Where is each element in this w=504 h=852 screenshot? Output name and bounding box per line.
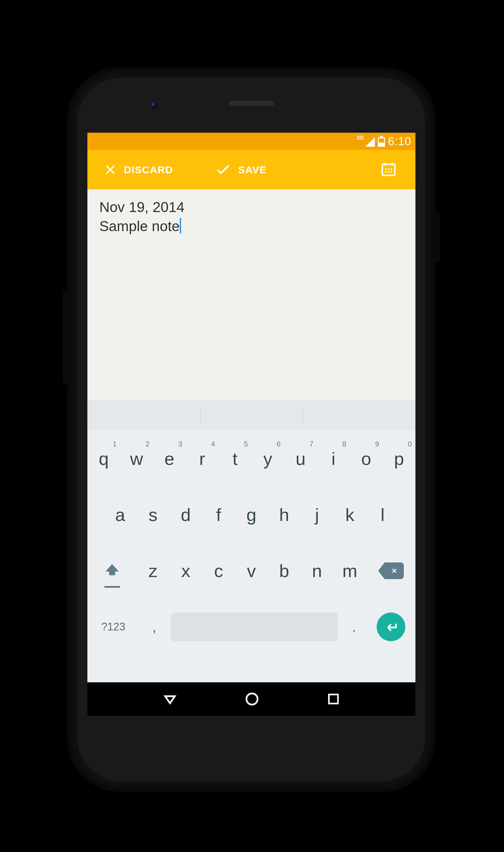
period-key[interactable]: . (338, 608, 371, 646)
navigation-bar (87, 682, 415, 716)
save-button[interactable]: SAVE (215, 161, 267, 178)
back-icon (162, 691, 178, 707)
svg-point-1 (385, 168, 387, 170)
key-t[interactable]: t5 (219, 439, 251, 478)
discard-label: DISCARD (124, 164, 173, 176)
svg-point-3 (391, 168, 393, 170)
enter-key[interactable] (377, 613, 405, 641)
status-bar: 3G 6:10 (87, 133, 415, 150)
key-k[interactable]: k (334, 495, 366, 534)
key-c[interactable]: c (202, 551, 235, 590)
recents-button[interactable] (326, 691, 341, 707)
key-r[interactable]: r4 (186, 439, 219, 478)
key-w[interactable]: w2 (120, 439, 153, 478)
calendar-button[interactable] (380, 161, 397, 179)
text-cursor (180, 218, 181, 234)
action-bar: DISCARD SAVE (87, 150, 415, 189)
key-n[interactable]: n (301, 551, 334, 590)
symbols-label: ?123 (102, 621, 125, 633)
earpiece (228, 100, 275, 107)
check-icon (215, 161, 231, 178)
key-s[interactable]: s (137, 495, 169, 534)
front-camera (150, 102, 157, 109)
comma-key[interactable]: , (138, 608, 171, 646)
key-m[interactable]: m (334, 551, 366, 590)
key-d[interactable]: d (169, 495, 202, 534)
device-frame: 3G 6:10 DISCARD (69, 69, 434, 790)
key-j[interactable]: j (301, 495, 334, 534)
discard-button[interactable]: DISCARD (104, 163, 173, 177)
backspace-icon (378, 562, 404, 579)
space-key[interactable] (171, 613, 338, 641)
key-u[interactable]: u7 (284, 439, 317, 478)
key-p[interactable]: p0 (383, 439, 415, 478)
close-icon (104, 163, 117, 177)
key-v[interactable]: v (235, 551, 268, 590)
key-h[interactable]: h (268, 495, 301, 534)
svg-point-7 (246, 693, 257, 704)
signal-icon (365, 137, 375, 147)
overflow-menu-button[interactable] (406, 167, 412, 173)
home-button[interactable] (244, 691, 260, 707)
key-q[interactable]: q1 (87, 439, 120, 478)
svg-point-6 (391, 171, 393, 173)
key-o[interactable]: o9 (350, 439, 383, 478)
screen: 3G 6:10 DISCARD (87, 133, 415, 716)
svg-rect-8 (329, 694, 338, 704)
calendar-icon (380, 173, 397, 178)
key-x[interactable]: x (169, 551, 202, 590)
suggestion-separator (302, 406, 303, 424)
key-a[interactable]: a (104, 495, 137, 534)
key-l[interactable]: l (366, 495, 399, 534)
volume-rocker (62, 289, 71, 385)
note-text: Sample note (99, 218, 180, 234)
clock: 6:10 (388, 135, 411, 148)
key-g[interactable]: g (235, 495, 268, 534)
home-icon (244, 691, 260, 707)
key-y[interactable]: y6 (251, 439, 284, 478)
enter-icon (383, 619, 398, 634)
shift-key[interactable] (87, 551, 137, 590)
note-date: Nov 19, 2014 (99, 198, 403, 217)
svg-point-5 (388, 171, 390, 173)
key-f[interactable]: f (202, 495, 235, 534)
key-i[interactable]: i8 (317, 439, 350, 478)
keyboard-suggestion-strip[interactable] (87, 400, 415, 430)
key-b[interactable]: b (268, 551, 301, 590)
suggestion-separator (200, 406, 201, 424)
power-button (432, 212, 440, 262)
key-z[interactable]: z (137, 551, 169, 590)
backspace-key[interactable] (366, 551, 415, 590)
network-type: 3G (357, 135, 364, 141)
recents-icon (326, 691, 341, 707)
save-label: SAVE (238, 164, 267, 176)
back-button[interactable] (162, 691, 178, 707)
svg-point-2 (388, 168, 390, 170)
svg-point-4 (385, 171, 387, 173)
key-e[interactable]: e3 (153, 439, 186, 478)
note-editor[interactable]: Nov 19, 2014 Sample note (87, 189, 415, 400)
symbols-key[interactable]: ?123 (89, 608, 138, 646)
soft-keyboard: q1w2e3r4t5y6u7i8o9p0 asdfghjkl zxcvbnm (87, 430, 415, 682)
battery-icon (378, 136, 385, 147)
